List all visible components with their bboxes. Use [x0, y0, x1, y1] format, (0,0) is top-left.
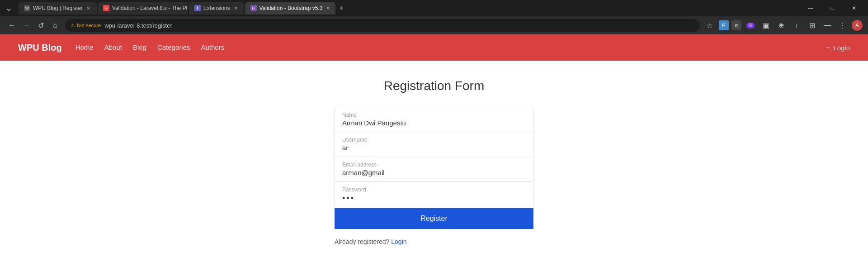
nav-link-about[interactable]: About	[104, 43, 122, 51]
address-bar: ← → ↺ ⌂ ⚠ Not secure wpu-laravel-8.test/…	[0, 16, 868, 34]
sidebar-icon[interactable]: ―	[821, 19, 834, 32]
window-controls: — □ ✕	[800, 2, 864, 14]
user-avatar[interactable]: A	[852, 20, 863, 31]
warning-text: Not secure	[77, 23, 101, 28]
page-title: Registration Form	[384, 79, 485, 93]
tab-1-close[interactable]: ✕	[85, 5, 91, 12]
tab-3-label: Extensions	[203, 5, 230, 11]
email-input[interactable]	[342, 169, 526, 176]
login-nav-area[interactable]: → Login	[824, 44, 850, 52]
email-label: Email address	[342, 162, 526, 168]
username-input[interactable]	[342, 144, 526, 152]
code-icon[interactable]: /	[790, 19, 803, 32]
bookmark-star-icon[interactable]: ☆	[703, 19, 716, 32]
minimize-button[interactable]: —	[800, 2, 821, 14]
email-field-container: Email address	[335, 157, 533, 182]
tab-2-label: Validation - Laravel 8.x - The Ph	[112, 5, 188, 11]
tab-3-favicon: ✦	[194, 5, 201, 11]
tab-controls-left: ⌄	[4, 2, 14, 14]
nav-item-categories: Categories	[157, 43, 190, 52]
tab-2-favicon: V	[103, 5, 109, 11]
tab-1-favicon: W	[24, 5, 30, 11]
password-label: Password	[342, 186, 526, 193]
tab-4[interactable]: B Validation - Bootstrap v5.3 ✕	[245, 2, 335, 14]
forward-button[interactable]: →	[20, 19, 33, 32]
nav-link-blog[interactable]: Blog	[133, 43, 146, 51]
browser-chrome: ⌄ W WPU Blog | Register ✕ V Validation -…	[0, 0, 868, 34]
nav-item-blog: Blog	[133, 43, 146, 52]
tab-4-close[interactable]: ✕	[325, 5, 331, 12]
nav-link-home[interactable]: Home	[75, 43, 94, 51]
already-text: Already registered?	[335, 238, 389, 245]
register-button[interactable]: Register	[335, 208, 533, 229]
menu-icon[interactable]: ⋮	[836, 19, 849, 32]
profile-icon-1[interactable]: P	[719, 20, 729, 30]
form-card: Name Username Email address Password	[335, 107, 533, 208]
extensions-badge[interactable]: 9	[744, 19, 757, 32]
colorful-icon[interactable]: ❀	[775, 19, 788, 32]
url-text: wpu-laravel-8.test/register	[104, 22, 172, 29]
name-field-container: Name	[335, 107, 533, 132]
name-label: Name	[342, 112, 526, 118]
nav-item-about: About	[104, 43, 122, 52]
nav-item-authors: Authors	[201, 43, 224, 52]
new-tab-button[interactable]: +	[336, 4, 347, 13]
tab-1-label: WPU Blog | Register	[33, 5, 83, 11]
security-warning: ⚠ Not secure	[71, 23, 101, 29]
tab-2[interactable]: V Validation - Laravel 8.x - The Ph ✕	[98, 2, 188, 14]
metronome-icon[interactable]: ⊙	[731, 20, 741, 30]
home-button[interactable]: ⌂	[49, 19, 61, 32]
main-content: Registration Form Name Username Email ad…	[0, 61, 868, 267]
username-label: Username	[342, 137, 526, 143]
navbar-nav: Home About Blog Categories Authors	[75, 43, 225, 52]
warning-icon: ⚠	[71, 23, 75, 29]
navbar: WPU Blog Home About Blog Categories Auth…	[0, 34, 868, 61]
nav-link-authors[interactable]: Authors	[201, 43, 224, 51]
login-icon: →	[824, 44, 830, 51]
tab-3[interactable]: ✦ Extensions ✕	[189, 2, 244, 14]
already-registered-text: Already registered? Login	[335, 238, 533, 245]
tab-4-favicon: B	[250, 5, 257, 11]
close-button[interactable]: ✕	[844, 2, 864, 14]
tab-1[interactable]: W WPU Blog | Register ✕	[19, 2, 97, 14]
registration-form-wrapper: Name Username Email address Password Reg…	[335, 107, 533, 245]
back-button[interactable]: ←	[5, 19, 18, 32]
browser-toolbar: ☆ P ⊙ 9 ▣ ❀ / ⊞ ― ⋮ A	[703, 19, 863, 32]
password-input[interactable]	[342, 194, 526, 203]
navbar-brand[interactable]: WPU Blog	[18, 43, 62, 53]
camera-icon[interactable]: ▣	[760, 19, 772, 32]
nav-link-categories[interactable]: Categories	[157, 43, 190, 51]
login-label: Login	[833, 44, 850, 52]
tab-3-close[interactable]: ✕	[233, 5, 239, 12]
nav-item-home: Home	[75, 43, 94, 52]
tab-4-label: Validation - Bootstrap v5.3	[259, 5, 323, 11]
nav-buttons: ← → ↺ ⌂	[5, 19, 61, 32]
reload-button[interactable]: ↺	[34, 19, 47, 32]
ext-count: 9	[746, 23, 755, 29]
tab-dropdown-icon[interactable]: ⌄	[4, 2, 14, 14]
extensions-icon[interactable]: ⊞	[806, 19, 818, 32]
password-field-container: Password	[335, 182, 533, 208]
login-link[interactable]: Login	[391, 238, 406, 245]
username-field-container: Username	[335, 132, 533, 157]
name-input[interactable]	[342, 119, 526, 127]
url-bar[interactable]: ⚠ Not secure wpu-laravel-8.test/register	[65, 19, 700, 32]
tab-bar: ⌄ W WPU Blog | Register ✕ V Validation -…	[0, 0, 868, 16]
restore-button[interactable]: □	[822, 2, 843, 14]
